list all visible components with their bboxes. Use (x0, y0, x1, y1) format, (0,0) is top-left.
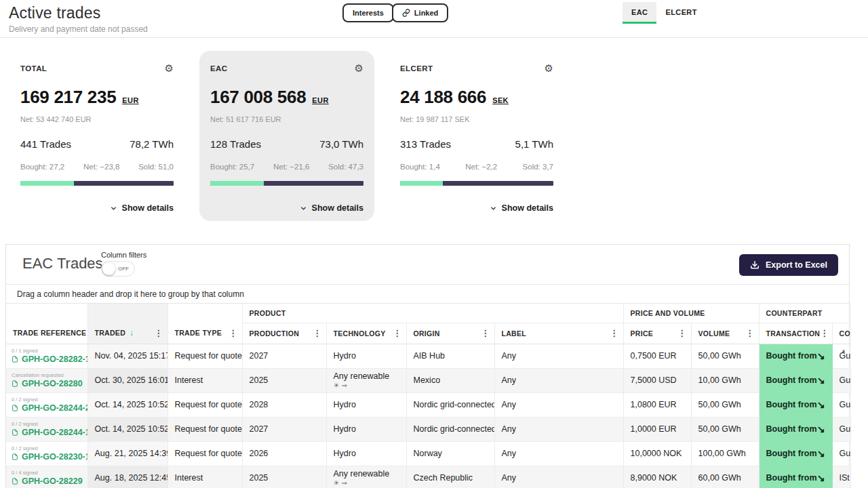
table-title: EAC Trades (22, 255, 103, 272)
card-currency[interactable]: SEK (492, 96, 509, 104)
gear-icon[interactable]: ⚙ (545, 63, 553, 73)
column-menu-icon[interactable]: ⋮ (154, 328, 163, 338)
tab-eac[interactable]: EAC (623, 2, 656, 24)
show-details-button[interactable]: Show details (210, 203, 363, 213)
transaction-cell[interactable]: Bought from ↘ (759, 392, 832, 417)
production-cell: 2027 (242, 344, 326, 368)
trade-reference-link[interactable]: GPH-GO-28244-1 (12, 427, 82, 438)
card-amount: 167 008 568 (210, 87, 306, 108)
column-menu-icon[interactable]: ⋮ (229, 328, 237, 338)
gear-icon[interactable]: ⚙ (165, 63, 174, 73)
link-icon (402, 9, 410, 17)
chevron-down-icon (490, 205, 497, 212)
document-icon (12, 477, 18, 485)
export-to-excel-button[interactable]: Export to Excel (739, 254, 838, 276)
transaction-cell[interactable]: Bought from ↘ (759, 344, 832, 368)
column-header-production[interactable]: PRODUCTION ⋮ (242, 323, 326, 344)
toggle-state-label: OFF (118, 266, 129, 272)
bought-sold-bar (210, 181, 363, 186)
technology-cell: Hydro ☀⇒ (326, 392, 406, 417)
show-details-button[interactable]: Show details (400, 203, 553, 213)
column-menu-icon[interactable]: ⋮ (677, 328, 686, 338)
column-header-counterpart[interactable]: COUNTERPART (832, 323, 850, 344)
column-header-trade-reference[interactable]: TRADE REFERENCE (6, 323, 87, 344)
card-total-volume: 5,1 TWh (515, 138, 553, 150)
table-row[interactable]: 0 / 1 signed GPH-GO-28282-1 Nov. 04, 202… (6, 344, 850, 368)
technology-cell: Hydro ☀⇒ (326, 441, 406, 466)
card-bought-volume: Bought: 27,2 (20, 163, 64, 171)
view-filter-buttons: Interests Linked (342, 3, 448, 22)
volume-cell: 100,00 GWh (691, 441, 759, 466)
column-menu-icon[interactable]: ⋮ (610, 328, 618, 338)
column-header-price[interactable]: PRICE ⋮ (623, 323, 691, 344)
production-cell: 2025 (242, 368, 326, 392)
origin-cell: Mexico (406, 368, 494, 392)
trade-reference-link[interactable]: GPH-GO-28230-1 (12, 451, 82, 462)
trade-type-cell: Request for quote (167, 441, 242, 466)
trade-reference-link[interactable]: GPH-GO-28282-1 (12, 354, 82, 365)
column-menu-icon[interactable]: ⋮ (820, 328, 829, 338)
scroll-up-icon[interactable]: ▲ (840, 348, 848, 354)
origin-cell: Norway (406, 441, 494, 466)
column-header-trade-type[interactable]: TRADE TYPE ⋮ (167, 323, 242, 344)
column-header-technology[interactable]: TECHNOLOGY ⋮ (326, 323, 406, 344)
origin-cell: Nordic grid-connected (406, 392, 494, 417)
gear-icon[interactable]: ⚙ (355, 63, 363, 73)
show-details-button[interactable]: Show details (20, 203, 174, 213)
column-menu-icon[interactable]: ⋮ (313, 328, 321, 338)
wind-icon: ⇒ (341, 479, 349, 487)
tab-elcert[interactable]: ELCERT (656, 2, 705, 24)
card-bought-volume: Bought: 1,4 (400, 163, 440, 171)
production-cell: 2026 (242, 441, 326, 466)
trades-table-body: 0 / 1 signed GPH-GO-28282-1 Nov. 04, 202… (6, 344, 850, 488)
column-header-volume[interactable]: VOLUME ⋮ (691, 323, 759, 344)
group-by-drop-zone[interactable]: Drag a column header and drop it here to… (6, 284, 849, 304)
sun-icon: ☀ (334, 479, 342, 487)
counterpart-cell: Gu (832, 368, 850, 392)
technology-cell: Any renewable ☀⇒ (326, 466, 406, 488)
counterpart-cell: Gu (832, 392, 850, 417)
interests-button[interactable]: Interests (342, 3, 394, 22)
production-cell: 2027 (242, 417, 326, 441)
card-currency[interactable]: EUR (122, 96, 138, 104)
trades-table: PRODUCT PRICE AND VOLUME COUNTERPART TRA… (6, 304, 851, 488)
chevron-down-icon (110, 205, 117, 212)
volume-cell: 60,00 GWh (691, 466, 759, 488)
table-row[interactable]: 0 / 2 signed GPH-GO-28230-1 Aug. 21, 202… (6, 441, 850, 466)
chevron-down-icon (300, 205, 307, 212)
origin-cell: Nordic grid-connected (406, 417, 494, 441)
transaction-cell[interactable]: Bought from ↘ (759, 441, 832, 466)
trade-reference-link[interactable]: GPH-GO-28244-2 (12, 403, 82, 413)
table-row[interactable]: 0 / 4 signed GPH-GO-28229 Aug. 18, 2025 … (6, 466, 850, 488)
column-menu-icon[interactable]: ⋮ (745, 328, 754, 338)
production-cell: 2025 (242, 466, 326, 488)
column-menu-icon[interactable]: ⋮ (481, 328, 490, 338)
column-header-transaction[interactable]: TRANSACTION ⋮ (759, 323, 832, 344)
column-header-origin[interactable]: ORIGIN ⋮ (406, 323, 494, 344)
column-header-traded[interactable]: TRADED ↓ ⋮ (87, 323, 167, 344)
card-currency[interactable]: EUR (312, 96, 328, 104)
linked-button[interactable]: Linked (392, 3, 448, 22)
transaction-cell[interactable]: Bought from ↘ (759, 417, 832, 441)
trade-type-cell: Interest (167, 466, 242, 488)
trade-reference-link[interactable]: GPH-GO-28280 (12, 378, 82, 389)
price-cell: 1,0000 EUR (623, 417, 691, 441)
transaction-cell[interactable]: Bought from ↘ (759, 368, 832, 392)
show-details-label: Show details (122, 203, 174, 213)
counterpart-cell: ISt (832, 466, 850, 488)
sun-icon: ☀ (334, 382, 342, 389)
column-menu-icon[interactable]: ⋮ (393, 328, 401, 338)
arrow-south-east-icon: ↘ (817, 375, 825, 386)
document-icon (12, 453, 18, 461)
label-cell: Any (494, 392, 623, 417)
table-row[interactable]: 0 / 2 signed GPH-GO-28244-1 Oct. 14, 202… (6, 417, 850, 441)
column-filters-toggle[interactable]: OFF (101, 261, 135, 277)
show-details-label: Show details (312, 203, 363, 213)
table-scrollbar[interactable]: ▲ (840, 348, 848, 354)
table-row[interactable]: Cancellation requested GPH-GO-28280 Oct.… (6, 368, 850, 392)
transaction-cell[interactable]: Bought from ↘ (759, 466, 832, 488)
trade-reference-link[interactable]: GPH-GO-28229 (12, 476, 82, 487)
volume-cell: 50,00 GWh (691, 344, 759, 368)
column-header-label[interactable]: LABEL ⋮ (494, 323, 623, 344)
table-row[interactable]: 0 / 2 signed GPH-GO-28244-2 Oct. 14, 202… (6, 392, 850, 417)
